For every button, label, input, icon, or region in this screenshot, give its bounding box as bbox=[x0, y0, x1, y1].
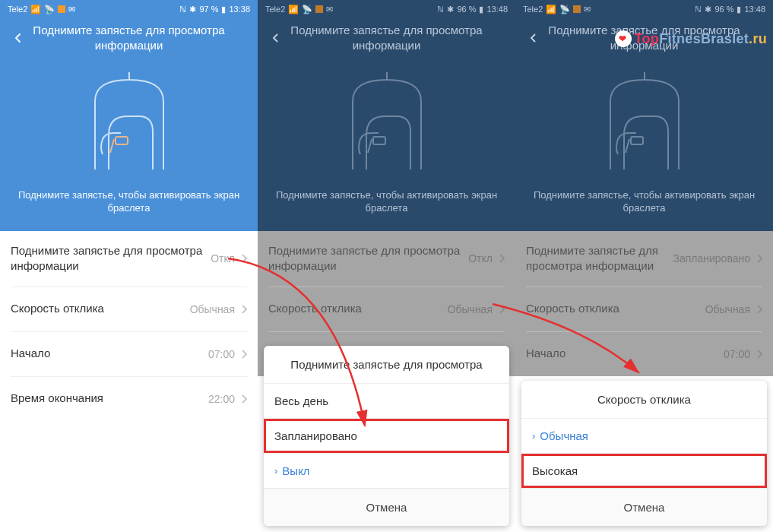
hero-caption: Поднимите запястье, чтобы активировать э… bbox=[0, 189, 258, 215]
page-title: Поднимите запястье для просмотра информа… bbox=[284, 23, 505, 54]
chevron-right-icon bbox=[499, 304, 505, 315]
heart-icon: ❤ bbox=[615, 30, 632, 47]
row-value: Обычная bbox=[448, 303, 493, 315]
svg-line-3 bbox=[368, 139, 372, 153]
row-value: Откл bbox=[468, 252, 493, 264]
bt-icon: ✱ bbox=[705, 5, 711, 14]
wm-t: T bbox=[635, 31, 642, 46]
clock: 13:48 bbox=[744, 5, 765, 14]
row-label: Время окончания bbox=[11, 391, 208, 406]
cancel-button[interactable]: Отмена bbox=[264, 488, 509, 526]
phone-screen-2: Tele2 📶 📡 ✉ ℕ ✱ 96 % ▮ 13:48 Поднимите з… bbox=[258, 0, 515, 532]
watermark: ❤ TopFitnesBraslet.ru bbox=[615, 30, 767, 47]
svg-rect-0 bbox=[116, 137, 128, 144]
row-value: Запланировано bbox=[673, 252, 751, 264]
status-bar: Tele2 📶 📡 ✉ ℕ ✱ 96 % ▮ 13:48 bbox=[515, 0, 773, 18]
row-value: 07:00 bbox=[208, 348, 235, 360]
row-raise-wrist[interactable]: Поднимите запястье для просмотра информа… bbox=[515, 231, 773, 287]
wrist-illustration bbox=[330, 63, 444, 177]
row-value: Обычная bbox=[190, 303, 235, 315]
row-label: Начало bbox=[526, 346, 724, 361]
chevron-right-icon bbox=[756, 253, 762, 264]
battery-text: 96 % bbox=[457, 5, 476, 14]
status-bar: Tele2 📶 📡 ✉ ℕ ✱ 97 % ▮ 13:38 bbox=[0, 0, 258, 18]
wifi-icon: 📡 bbox=[559, 5, 570, 14]
battery-icon: ▮ bbox=[221, 5, 226, 14]
check-icon: › bbox=[532, 430, 535, 442]
svg-rect-2 bbox=[373, 137, 385, 144]
signal-icon: 📶 bbox=[30, 5, 41, 14]
hero-caption: Поднимите запястье, чтобы активировать э… bbox=[258, 189, 515, 215]
wifi-icon: 📡 bbox=[44, 5, 55, 14]
sim-icon bbox=[58, 5, 65, 13]
nfc-icon: ℕ bbox=[437, 5, 444, 14]
row-start-time[interactable]: Начало 07:00 bbox=[515, 332, 773, 376]
row-label: Скорость отклика bbox=[268, 301, 448, 316]
battery-icon: ▮ bbox=[479, 5, 483, 14]
row-label: Начало bbox=[11, 346, 208, 361]
option-all-day[interactable]: Весь день bbox=[264, 384, 509, 418]
clock: 13:48 bbox=[486, 5, 508, 14]
mail-icon: ✉ bbox=[584, 5, 591, 14]
chevron-right-icon bbox=[241, 253, 247, 264]
row-value: 07:00 bbox=[724, 348, 750, 360]
sheet-raise-wrist: Поднимите запястье для просмотра Весь де… bbox=[264, 346, 509, 526]
row-response-speed[interactable]: Скорость отклика Обычная bbox=[515, 287, 773, 331]
row-value: 22:00 bbox=[208, 393, 235, 405]
mail-icon: ✉ bbox=[326, 5, 333, 14]
wifi-icon: 📡 bbox=[302, 5, 312, 14]
row-raise-wrist[interactable]: Поднимите запястье для просмотра информа… bbox=[0, 231, 258, 287]
hero-caption: Поднимите запястье, чтобы активировать э… bbox=[515, 189, 773, 215]
signal-icon: 📶 bbox=[546, 5, 556, 14]
row-start-time[interactable]: Начало 07:00 bbox=[0, 332, 258, 376]
wrist-illustration bbox=[588, 63, 702, 177]
cancel-button[interactable]: Отмена bbox=[521, 488, 767, 526]
row-response-speed[interactable]: Скорость отклика Обычная bbox=[258, 287, 515, 331]
back-button[interactable] bbox=[11, 30, 26, 46]
row-label: Поднимите запястье для просмотра информа… bbox=[268, 243, 468, 274]
option-normal[interactable]: ›Обычная bbox=[521, 419, 767, 453]
page-title: Поднимите запястье для просмотра информа… bbox=[26, 23, 247, 54]
row-value: Откл bbox=[211, 252, 235, 264]
phone-screen-1: Tele2 📶 📡 ✉ ℕ ✱ 97 % ▮ 13:38 Поднимите з… bbox=[0, 0, 258, 532]
svg-line-5 bbox=[626, 139, 629, 153]
wm-top: op bbox=[642, 31, 660, 46]
row-label: Скорость отклика bbox=[526, 301, 705, 316]
row-raise-wrist[interactable]: Поднимите запястье для просмотра информа… bbox=[258, 231, 515, 287]
row-label: Поднимите запястье для просмотра информа… bbox=[526, 243, 673, 274]
carrier-label: Tele2 bbox=[8, 5, 27, 14]
row-response-speed[interactable]: Скорость отклика Обычная bbox=[0, 287, 258, 331]
carrier-label: Tele2 bbox=[265, 5, 285, 14]
signal-icon: 📶 bbox=[288, 5, 299, 14]
back-button[interactable] bbox=[526, 30, 541, 46]
row-end-time[interactable]: Время окончания 22:00 bbox=[0, 377, 258, 421]
chevron-right-icon bbox=[756, 304, 762, 315]
row-label: Поднимите запястье для просмотра информа… bbox=[11, 243, 211, 274]
clock: 13:38 bbox=[229, 5, 250, 14]
wrist-illustration bbox=[72, 63, 186, 177]
back-button[interactable] bbox=[268, 30, 284, 46]
nfc-icon: ℕ bbox=[695, 5, 702, 14]
nfc-icon: ℕ bbox=[179, 5, 186, 14]
option-off-label: Выкл bbox=[282, 464, 309, 477]
bt-icon: ✱ bbox=[447, 5, 454, 14]
bt-icon: ✱ bbox=[189, 5, 196, 14]
mail-icon: ✉ bbox=[68, 5, 75, 14]
sheet-title: Поднимите запястье для просмотра bbox=[264, 346, 509, 383]
chevron-right-icon bbox=[241, 349, 247, 359]
chevron-right-icon bbox=[756, 349, 762, 359]
battery-text: 96 % bbox=[714, 5, 733, 14]
option-high[interactable]: Высокая bbox=[521, 454, 767, 488]
option-scheduled[interactable]: Запланировано bbox=[264, 419, 509, 453]
chevron-right-icon bbox=[499, 253, 505, 264]
option-off[interactable]: ›Выкл bbox=[264, 454, 509, 488]
chevron-right-icon bbox=[241, 304, 247, 315]
phone-screen-3: Tele2 📶 📡 ✉ ℕ ✱ 96 % ▮ 13:48 Поднимите з… bbox=[515, 0, 773, 532]
svg-line-1 bbox=[110, 139, 114, 153]
status-bar: Tele2 📶 📡 ✉ ℕ ✱ 96 % ▮ 13:48 bbox=[258, 0, 515, 18]
sim-icon bbox=[315, 5, 323, 13]
sim-icon bbox=[573, 5, 581, 13]
row-label: Скорость отклика bbox=[11, 301, 190, 316]
carrier-label: Tele2 bbox=[523, 5, 543, 14]
sheet-title: Скорость отклика bbox=[521, 381, 767, 418]
